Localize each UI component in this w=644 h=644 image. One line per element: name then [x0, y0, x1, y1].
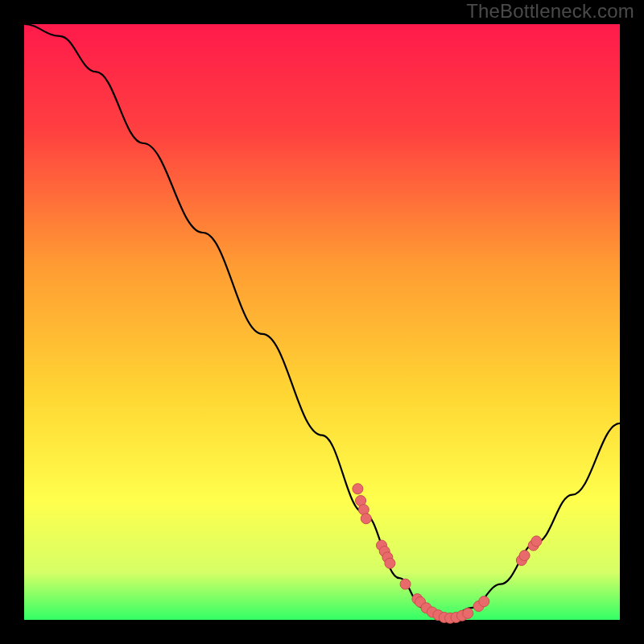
- bottleneck-curve-chart: [0, 0, 644, 644]
- data-point: [519, 551, 530, 561]
- watermark-label: TheBottleneck.com: [466, 0, 634, 23]
- chart-frame: TheBottleneck.com: [0, 0, 644, 644]
- data-point: [400, 579, 411, 589]
- data-point: [361, 514, 371, 524]
- data-point: [531, 536, 542, 547]
- data-point: [463, 608, 473, 618]
- data-point: [353, 484, 363, 494]
- data-point: [385, 558, 395, 568]
- gradient-plot-area: [24, 24, 620, 620]
- data-point: [479, 597, 489, 607]
